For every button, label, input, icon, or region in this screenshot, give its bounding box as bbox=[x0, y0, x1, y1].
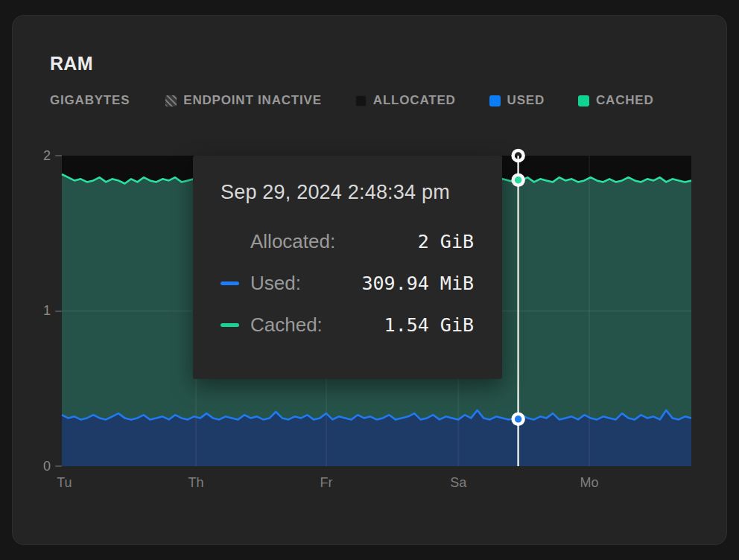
used-swatch-icon bbox=[489, 95, 501, 106]
page-title: RAM bbox=[50, 53, 93, 74]
tooltip-rows: Allocated: 2 GiB Used: 309.94 MiB Cached… bbox=[221, 229, 474, 337]
chart-legend: GIGABYTES ENDPOINT INACTIVE ALLOCATED US… bbox=[50, 92, 654, 109]
hatch-swatch-icon bbox=[165, 95, 177, 106]
x-tick-label: Fr bbox=[320, 475, 332, 491]
legend-item-endpoint-inactive[interactable]: ENDPOINT INACTIVE bbox=[165, 93, 322, 108]
legend-item-cached[interactable]: CACHED bbox=[578, 93, 654, 108]
ram-metrics-card: RAM GIGABYTES ENDPOINT INACTIVE ALLOCATE… bbox=[12, 15, 727, 545]
legend-item-allocated[interactable]: ALLOCATED bbox=[355, 93, 456, 108]
unit-label: GIGABYTES bbox=[50, 93, 130, 108]
used-dash-icon bbox=[221, 281, 239, 285]
y-tick-label: 0 bbox=[22, 459, 62, 474]
allocated-swatch-icon bbox=[355, 95, 367, 106]
y-axis: 012 bbox=[22, 156, 62, 466]
chart-tooltip: Sep 29, 2024 2:48:34 pm Allocated: 2 GiB… bbox=[193, 156, 502, 379]
used-cursor-marker-icon bbox=[513, 414, 524, 424]
legend-item-label: CACHED bbox=[596, 93, 654, 108]
y-tick-label: 1 bbox=[22, 304, 62, 319]
allocated-cursor-marker-icon bbox=[513, 150, 524, 161]
cached-swatch-icon bbox=[578, 95, 589, 106]
tooltip-row-value: 2 GiB bbox=[335, 231, 474, 252]
page-background: RAM GIGABYTES ENDPOINT INACTIVE ALLOCATE… bbox=[0, 0, 739, 560]
x-tick-label: Mo bbox=[580, 475, 599, 491]
tooltip-row-label: Used: bbox=[250, 272, 301, 295]
tooltip-row-label: Cached: bbox=[250, 314, 323, 337]
x-tick-label: Tu bbox=[57, 475, 72, 491]
legend-item-label: ENDPOINT INACTIVE bbox=[183, 93, 322, 108]
legend-item-used[interactable]: USED bbox=[489, 93, 545, 108]
y-tick-label: 2 bbox=[22, 148, 62, 163]
x-tick-label: Th bbox=[188, 475, 203, 491]
tooltip-row-used: Used: 309.94 MiB bbox=[221, 270, 474, 296]
cached-cursor-marker-icon bbox=[513, 175, 524, 185]
cached-dash-icon bbox=[221, 323, 239, 327]
x-axis: TuThFrSaMo bbox=[62, 475, 691, 493]
tooltip-row-allocated: Allocated: 2 GiB bbox=[221, 229, 474, 254]
x-tick-label: Sa bbox=[450, 475, 466, 491]
tooltip-row-value: 1.54 GiB bbox=[323, 314, 474, 336]
tooltip-row-label: Allocated: bbox=[250, 230, 335, 253]
tooltip-row-value: 309.94 MiB bbox=[301, 273, 474, 294]
tooltip-timestamp: Sep 29, 2024 2:48:34 pm bbox=[221, 181, 474, 204]
legend-item-label: USED bbox=[507, 93, 545, 108]
tooltip-row-cached: Cached: 1.54 GiB bbox=[221, 312, 474, 337]
legend-item-label: ALLOCATED bbox=[373, 93, 456, 108]
